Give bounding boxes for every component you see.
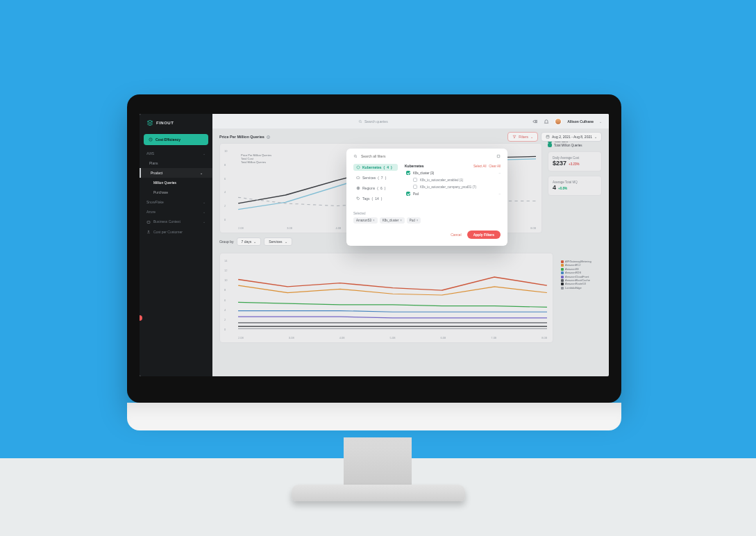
user-name[interactable]: Allison Culhane [567,119,594,124]
chip-pod[interactable]: Pod× [407,217,421,224]
nav-cost-efficiency[interactable]: Cost Efficiency [144,134,208,145]
cat-kubernetes[interactable]: Kubernetes (4) [353,164,398,171]
filters-search-input[interactable] [361,154,493,158]
expand-icon[interactable] [496,154,501,158]
sidebar: FINOUT Cost Efficiency AWS⌄ Plans Produc… [140,114,212,376]
nav-item-product[interactable]: Product⌄ [140,168,212,178]
search-icon [358,119,362,124]
cat-regions[interactable]: Regions (6) [353,185,398,192]
bell-icon[interactable] [544,119,549,124]
svg-point-9 [358,198,358,199]
cat-services[interactable]: Services (7) [353,174,398,181]
apply-filters-button[interactable]: Apply Filters [467,231,501,239]
brand-name: FINOUT [156,121,174,125]
kubernetes-icon [356,165,360,169]
globe-icon [356,186,360,190]
filter-categories: Kubernetes (4) Services (7) Regions (6) … [353,164,398,202]
checkbox-icon [406,171,410,175]
select-all-link[interactable]: Select All [473,165,487,168]
filter-k8s-cluster[interactable]: K8s_cluster (3)– [405,171,501,175]
cancel-button[interactable]: Cancel [451,231,462,239]
filters-panel-title: Kubernetes [405,164,424,168]
svg-point-2 [148,231,149,233]
chip-amazons3[interactable]: AmazonS3× [353,217,378,224]
svg-marker-7 [357,166,360,169]
user-avatar[interactable] [555,118,562,125]
tour-indicator-dot [140,315,142,321]
nav-section-aws[interactable]: AWS⌄ [140,149,212,158]
nav-cost-per-customer[interactable]: Cost per Customer [140,227,212,237]
nav-business-context[interactable]: Business Context⌄ [140,217,212,227]
cloud-icon [356,176,360,180]
nav-sub-purchase[interactable]: Purchase [140,187,212,197]
nav-sub-million-queries[interactable]: Million Queries [140,178,212,187]
filter-autoscaler-enabled[interactable]: K8s_io_autoscaler_enabled (1) [405,178,501,182]
filter-pod[interactable]: Pod– [405,192,501,196]
megaphone-icon[interactable] [532,119,538,124]
chip-k8s-cluster[interactable]: K8s_cluster× [380,217,405,224]
tag-icon [356,196,360,201]
nav-item-plans[interactable]: Plans [140,158,212,168]
svg-point-3 [359,120,361,122]
search-placeholder: Search queries [364,119,388,124]
clear-all-link[interactable]: Clear All [489,165,501,168]
svg-rect-1 [147,221,150,223]
chevron-down-icon[interactable]: ⌄ [599,119,602,124]
selected-label: Selected [353,212,501,215]
close-icon: × [373,219,375,222]
filter-autoscaler-prod01[interactable]: K8s_io_autoscaler_company_prod01 (7) [405,185,501,189]
global-search[interactable]: Search queries [358,119,388,124]
cat-tags[interactable]: Tags (14) [353,195,398,202]
nav-cost-efficiency-label: Cost Efficiency [156,137,180,142]
svg-rect-6 [497,155,500,158]
selected-chips: AmazonS3× K8s_cluster× Pod× [353,217,501,224]
search-icon [353,154,358,158]
nav-section-snowflake[interactable]: SnowFlake⌄ [140,197,212,207]
topbar: Search queries Allison Culhane ⌄ [212,114,609,129]
nav-section-azure[interactable]: Azure⌄ [140,207,212,217]
filters-modal: Kubernetes (4) Services (7) Regions (6) … [346,149,507,246]
brand-logo: FINOUT [140,114,212,132]
svg-point-5 [354,155,356,157]
